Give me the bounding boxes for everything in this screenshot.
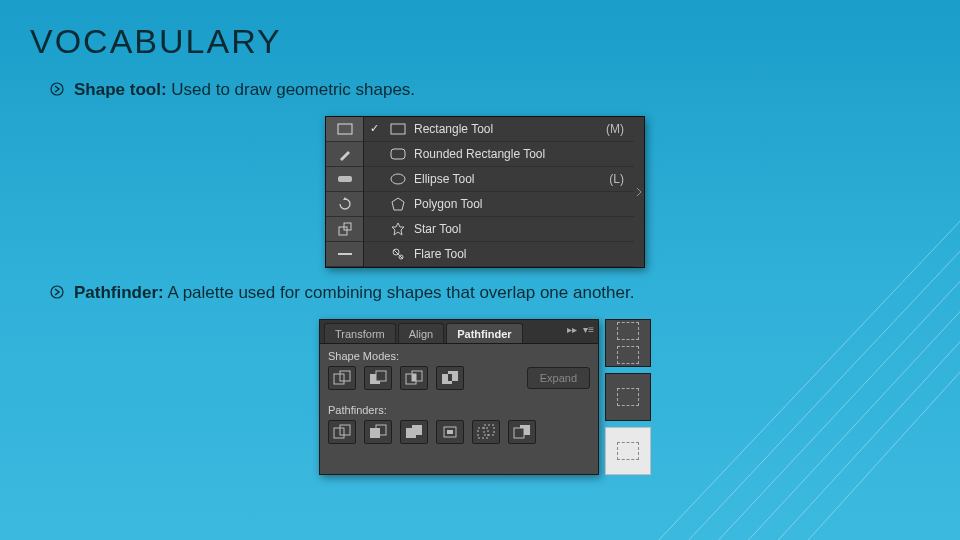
flyout-item-polygon[interactable]: Polygon Tool — [364, 192, 634, 217]
svg-rect-9 — [339, 227, 347, 235]
pathfinder-panel: Transform Align Pathfinder ▸▸ ▾≡ Shape M… — [319, 319, 599, 475]
minus-front-button[interactable] — [364, 366, 392, 390]
flyout-label: Ellipse Tool — [408, 172, 603, 186]
tool-scale-icon[interactable] — [326, 217, 363, 242]
star-icon — [388, 222, 408, 236]
minus-back-button[interactable] — [508, 420, 536, 444]
crop-button[interactable] — [436, 420, 464, 444]
bullet-item: Shape tool: Used to draw geometric shape… — [50, 79, 920, 102]
tool-rotate-icon[interactable] — [326, 192, 363, 217]
svg-point-14 — [391, 174, 405, 184]
svg-rect-40 — [484, 425, 494, 435]
svg-rect-31 — [334, 428, 344, 438]
toolbar-strip — [326, 117, 364, 267]
panel-tabs: Transform Align Pathfinder ▸▸ ▾≡ — [320, 320, 598, 344]
bullet-text: Shape tool: Used to draw geometric shape… — [74, 79, 415, 102]
svg-rect-36 — [412, 425, 422, 435]
svg-rect-38 — [447, 430, 453, 434]
divide-button[interactable] — [328, 420, 356, 444]
tool-pen-icon[interactable] — [326, 142, 363, 167]
bullet-definition: Used to draw geometric shapes. — [171, 80, 415, 99]
bullet-item: Pathfinder: A palette used for combining… — [50, 282, 920, 305]
bullet-term: Pathfinder: — [74, 283, 164, 302]
pathfinders-label: Pathfinders: — [320, 398, 598, 418]
flyout-item-flare[interactable]: Flare Tool — [364, 242, 634, 267]
flyout-item-rounded-rectangle[interactable]: Rounded Rectangle Tool — [364, 142, 634, 167]
dock-icon — [617, 346, 639, 364]
svg-marker-16 — [392, 223, 404, 235]
intersect-button[interactable] — [400, 366, 428, 390]
shape-modes-row: Expand — [320, 364, 598, 398]
shape-tool-flyout: Rectangle Tool (M) Rounded Rectangle Too… — [325, 116, 645, 268]
svg-rect-8 — [338, 176, 352, 182]
svg-point-6 — [51, 83, 63, 95]
tool-eraser-icon[interactable] — [326, 167, 363, 192]
panel-collapse-icon[interactable]: ▸▸ — [567, 324, 577, 335]
flyout-label: Star Tool — [408, 222, 618, 236]
svg-rect-32 — [340, 425, 350, 435]
flyout-shortcut: (M) — [600, 122, 624, 136]
svg-rect-21 — [334, 374, 344, 384]
bullet-arrow-icon — [50, 282, 74, 299]
flyout-shortcut: (L) — [603, 172, 624, 186]
dock-panel-light[interactable] — [605, 427, 651, 475]
bullet-arrow-icon — [50, 79, 74, 96]
outline-button[interactable] — [472, 420, 500, 444]
pathfinder-figure: Transform Align Pathfinder ▸▸ ▾≡ Shape M… — [50, 311, 920, 489]
bullet-text: Pathfinder: A palette used for combining… — [74, 282, 634, 305]
unite-button[interactable] — [328, 366, 356, 390]
svg-rect-39 — [478, 428, 488, 438]
exclude-button[interactable] — [436, 366, 464, 390]
flyout-label: Rectangle Tool — [408, 122, 600, 136]
svg-rect-7 — [338, 124, 352, 134]
flyout-label: Rounded Rectangle Tool — [408, 147, 618, 161]
flare-icon — [388, 247, 408, 261]
expand-button[interactable]: Expand — [527, 367, 590, 389]
svg-rect-24 — [376, 371, 386, 381]
tool-width-icon[interactable] — [326, 242, 363, 267]
svg-rect-13 — [391, 149, 405, 159]
tool-rectangle-icon[interactable] — [326, 117, 363, 142]
content-area: Shape tool: Used to draw geometric shape… — [0, 61, 960, 489]
ellipse-icon — [388, 173, 408, 185]
tearoff-handle-icon[interactable] — [634, 117, 644, 267]
shape-tool-figure: Rectangle Tool (M) Rounded Rectangle Too… — [50, 108, 920, 282]
dock-icon — [617, 388, 639, 406]
flyout-item-star[interactable]: Star Tool — [364, 217, 634, 242]
svg-rect-27 — [412, 374, 416, 381]
trim-button[interactable] — [364, 420, 392, 444]
svg-rect-33 — [370, 428, 380, 438]
svg-rect-42 — [514, 428, 524, 438]
bullet-term: Shape tool: — [74, 80, 167, 99]
dock-icon — [617, 442, 639, 460]
flyout-label: Polygon Tool — [408, 197, 618, 211]
tab-align[interactable]: Align — [398, 323, 444, 343]
polygon-icon — [388, 197, 408, 211]
dock-icon — [617, 322, 639, 340]
svg-rect-30 — [448, 374, 452, 381]
dock-panel-dark[interactable] — [605, 319, 651, 367]
svg-marker-15 — [392, 198, 404, 210]
shape-tool-list: Rectangle Tool (M) Rounded Rectangle Too… — [364, 117, 634, 267]
svg-rect-22 — [340, 371, 350, 381]
rounded-rectangle-icon — [388, 148, 408, 160]
pathfinders-row — [320, 418, 598, 452]
svg-rect-12 — [391, 124, 405, 134]
panel-menu-icon[interactable]: ▾≡ — [583, 324, 594, 335]
flyout-item-rectangle[interactable]: Rectangle Tool (M) — [364, 117, 634, 142]
flyout-label: Flare Tool — [408, 247, 618, 261]
page-title: VOCABULARY — [0, 0, 960, 61]
merge-button[interactable] — [400, 420, 428, 444]
tab-pathfinder[interactable]: Pathfinder — [446, 323, 522, 343]
shape-modes-label: Shape Modes: — [320, 344, 598, 364]
dock-panel-dark[interactable] — [605, 373, 651, 421]
bullet-definition: A palette used for combining shapes that… — [168, 283, 635, 302]
rectangle-icon — [388, 123, 408, 135]
tab-transform[interactable]: Transform — [324, 323, 396, 343]
svg-point-20 — [51, 286, 63, 298]
panel-dock — [605, 319, 651, 475]
flyout-item-ellipse[interactable]: Ellipse Tool (L) — [364, 167, 634, 192]
